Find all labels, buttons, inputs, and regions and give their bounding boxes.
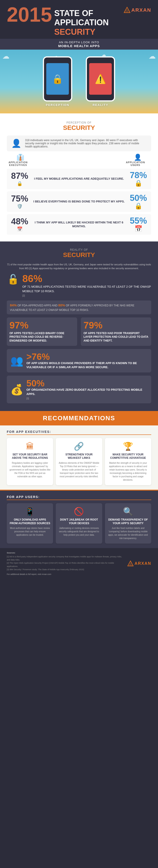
user-recommendations: FOR APP USERS: 📱 ONLY DOWNLOAD APPS FROM… bbox=[0, 491, 158, 548]
reality-intro: 71 of the most popular mobile health app… bbox=[7, 262, 151, 270]
rec-card-exec-1: 🏛 SET YOUR SECURITY BAR ABOVE THE REGULA… bbox=[7, 438, 53, 485]
stat-row-1: 87% 🔒 I FEEL MY MOBILE APPLICATIONS ARE … bbox=[7, 168, 151, 189]
stat-79-block: 79% OF APPS TESTED HAD POOR TRANSPORT LA… bbox=[81, 317, 151, 346]
reality-section: REALITY OF SECURITY 71 of the most popul… bbox=[0, 242, 158, 411]
survey-text: 318 individuals were surveyed in the US,… bbox=[25, 138, 147, 148]
rec-user-3-text: Just like food nutrition labels and 'com… bbox=[108, 526, 149, 540]
rec-card-user-1: 📱 ONLY DOWNLOAD APPS FROM AUTHORIZED SOU… bbox=[7, 503, 53, 544]
user-for-label: FOR APP USERS: bbox=[7, 495, 151, 500]
header: 2015 STATE OF APPLICATION SECURITY ARXAN bbox=[0, 0, 158, 39]
building-icon: 🏛 bbox=[9, 442, 50, 451]
rec-card-user-2: 🚫 DON'T JAILBREAK OR ROOT YOUR DEVICES J… bbox=[56, 503, 102, 544]
two-col-stats: 97% OF APPS TESTED LACKED BINARY CODE PR… bbox=[7, 317, 151, 346]
chain-icon: 🔗 bbox=[58, 442, 99, 451]
perception-label: PERCEPTION bbox=[46, 103, 70, 106]
recommendations-title: RECOMMENDATIONS bbox=[7, 414, 151, 422]
stat3-exec: 48% 📅 bbox=[9, 217, 30, 232]
lock-icon-3b: 📅 bbox=[128, 225, 149, 232]
rec-user-1-text: Most authorized app stores have review p… bbox=[9, 526, 50, 536]
stat3-text: I THINK MY APP WILL LIKELY BE HACKED WIT… bbox=[32, 221, 126, 228]
shield-icon-2: 🛡️ bbox=[9, 204, 30, 209]
budget-icon: 💰 bbox=[10, 383, 23, 396]
lock-icon-1b: 🔒 bbox=[128, 180, 149, 187]
rec-user-2-text: Jailbreaking or rooting devices removes … bbox=[58, 526, 99, 536]
footer: Sources: [1] M3 is a third-party indepen… bbox=[0, 548, 158, 579]
stat-84-80-block: 84% OF FDA-APPROVED APPS AND 80% OF APPS… bbox=[7, 301, 151, 314]
arxan-logo: ARXAN bbox=[124, 7, 151, 13]
footer-footnotes: Sources: [1] M3 is a third-party indepen… bbox=[7, 551, 124, 576]
rec-user-2-title: DON'T JAILBREAK OR ROOT YOUR DEVICES bbox=[58, 518, 99, 525]
no-jailbreak-icon: 🚫 bbox=[58, 507, 99, 516]
rec-card-user-3: 🔍 DEMAND TRANSPARENCY OF YOUR APP'S SECU… bbox=[105, 503, 151, 544]
exec-for-label: FOR APP EXECUTIVES: bbox=[7, 430, 151, 435]
header-title: STATE OF APPLICATION SECURITY bbox=[54, 8, 109, 36]
footnote-3: [3] IBM Security / Ponemon study: The St… bbox=[7, 568, 124, 571]
stat-row-2: 75% 🛡️ I BELIEVE EVERYTHING IS BEING DON… bbox=[7, 191, 151, 212]
exec-user-labels: 👔 APPLICATION EXECUTIVES 👤 APPLICATION U… bbox=[7, 154, 151, 166]
download-icon: 📱 bbox=[9, 507, 50, 516]
stat-86-icon: 🔓 bbox=[7, 274, 19, 285]
user-label-block: 👤 APPLICATION USERS bbox=[124, 154, 151, 166]
stat-50-block: 💰 50% OF ORGANIZATIONS HAVE ZERO BUDGET … bbox=[7, 376, 151, 403]
stat-97-block: 97% OF APPS TESTED LACKED BINARY CODE PR… bbox=[7, 317, 77, 346]
stat2-text: I BELIEVE EVERYTHING IS BEING DONE TO PR… bbox=[32, 200, 126, 204]
stat2-exec: 75% 🛡️ bbox=[9, 194, 30, 209]
rec-exec-1-text: Regulatory bodies are lagging cyber crim… bbox=[9, 461, 50, 478]
lock-icon-1: 🔒 bbox=[9, 181, 30, 186]
header-year: 2015 bbox=[7, 4, 52, 25]
stat1-exec: 87% 🔒 bbox=[9, 172, 30, 186]
stat1-text: I FEEL MY MOBILE APPLICATIONS ARE ADEQUA… bbox=[32, 177, 126, 181]
rec-exec-2-title: STRENGTHEN YOUR WEAKEST LINKS bbox=[58, 453, 99, 460]
stat2-user: 50% 🔒 bbox=[128, 194, 149, 210]
footnote-2: [2] The Open Web Application Security Pr… bbox=[7, 561, 124, 568]
exec-recommendations: FOR APP EXECUTIVES: 🏛 SET YOUR SECURITY … bbox=[0, 426, 158, 490]
calendar-icon-3: 📅 bbox=[9, 226, 30, 232]
warning-icon-reality: ⚠️ bbox=[95, 74, 106, 84]
footer-visit: For additional details & full report, vi… bbox=[7, 572, 124, 576]
recommendations-header: RECOMMENDATIONS bbox=[0, 411, 158, 426]
reality-header: REALITY OF SECURITY bbox=[7, 246, 151, 261]
transparency-icon: 🔍 bbox=[108, 507, 149, 516]
reality-label: REALITY bbox=[93, 103, 108, 106]
sources-label: Sources: bbox=[7, 551, 124, 554]
survey-info: 👤 318 individuals were surveyed in the U… bbox=[7, 135, 151, 151]
rec-user-1-title: ONLY DOWNLOAD APPS FROM AUTHORIZED SOURC… bbox=[9, 518, 50, 525]
stat-76-block: 👥 >76% OF APP USERS WOULD CHANGE PROVIDE… bbox=[7, 349, 151, 372]
lock-icon-perception: 🔒 bbox=[52, 74, 63, 84]
stat-86-block: 🔓 86% OF 71 MOBILE APPLICATIONS TESTED W… bbox=[7, 274, 151, 298]
lock-icon-2b: 🔒 bbox=[128, 202, 149, 210]
rec-card-exec-3: 🏆 MAKE SECURITY YOUR COMPETITIVE ADVANTA… bbox=[105, 438, 151, 485]
rec-exec-3-text: Market the strength of security in your … bbox=[108, 461, 149, 482]
perception-title: SECURITY bbox=[7, 124, 151, 131]
subtitle-bar: AN IN-DEPTH LOOK INTO MOBILE HEALTH APPS bbox=[0, 39, 158, 50]
phone-reality: ⚠️ bbox=[86, 56, 115, 101]
phone-illustration: ☁ ☁ ☁ ☁ 🔒 PERCEPTION ⚠️ REALITY bbox=[0, 50, 158, 114]
user-icon: 👤 bbox=[124, 154, 151, 161]
stat3-user: 55% 📅 bbox=[128, 216, 149, 232]
lock-competitive-icon: 🏆 bbox=[108, 442, 149, 451]
rec-exec-2-text: Address elements of the OWASP Mobile Top… bbox=[58, 461, 99, 478]
stat-row-3: 48% 📅 I THINK MY APP WILL LIKELY BE HACK… bbox=[7, 214, 151, 235]
footnote-1: [1] M3 is a third-party independent appl… bbox=[7, 555, 124, 562]
exec-icon: 👔 bbox=[7, 154, 34, 161]
exec-rec-cards: 🏛 SET YOUR SECURITY BAR ABOVE THE REGULA… bbox=[7, 438, 151, 485]
footer-logo: ARXAN bbox=[134, 561, 151, 566]
rec-card-exec-2: 🔗 STRENGTHEN YOUR WEAKEST LINKS Address … bbox=[56, 438, 102, 485]
stat-86-text: OF 71 MOBILE APPLICATIONS TESTED WERE VU… bbox=[22, 284, 151, 293]
rec-user-3-title: DEMAND TRANSPARENCY OF YOUR APP'S SECURI… bbox=[108, 518, 149, 525]
exec-label-block: 👔 APPLICATION EXECUTIVES bbox=[7, 154, 34, 166]
perception-pre: PERCEPTION OF bbox=[7, 121, 151, 124]
rec-exec-3-title: MAKE SECURITY YOUR COMPETITIVE ADVANTAGE bbox=[108, 453, 149, 460]
user-rec-cards: 📱 ONLY DOWNLOAD APPS FROM AUTHORIZED SOU… bbox=[7, 503, 151, 544]
person-change-icon: 👥 bbox=[10, 354, 23, 367]
stat1-user: 78% 🔒 bbox=[128, 171, 149, 187]
perception-section: PERCEPTION OF SECURITY 👤 318 individuals… bbox=[0, 114, 158, 242]
rec-exec-1-title: SET YOUR SECURITY BAR ABOVE THE REGULATI… bbox=[9, 453, 50, 460]
phone-perception: 🔒 bbox=[43, 56, 72, 101]
survey-icon: 👤 bbox=[11, 138, 22, 148]
